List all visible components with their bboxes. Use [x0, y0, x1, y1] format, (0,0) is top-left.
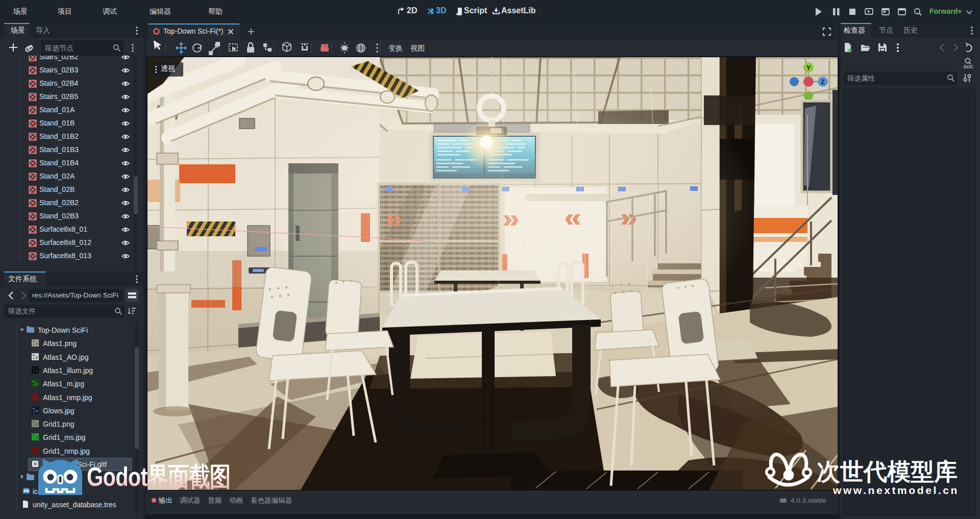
svg-text:DOC: DOC — [964, 64, 973, 69]
svg-text:Z: Z — [821, 78, 825, 86]
svg-text:Y: Y — [806, 64, 811, 71]
